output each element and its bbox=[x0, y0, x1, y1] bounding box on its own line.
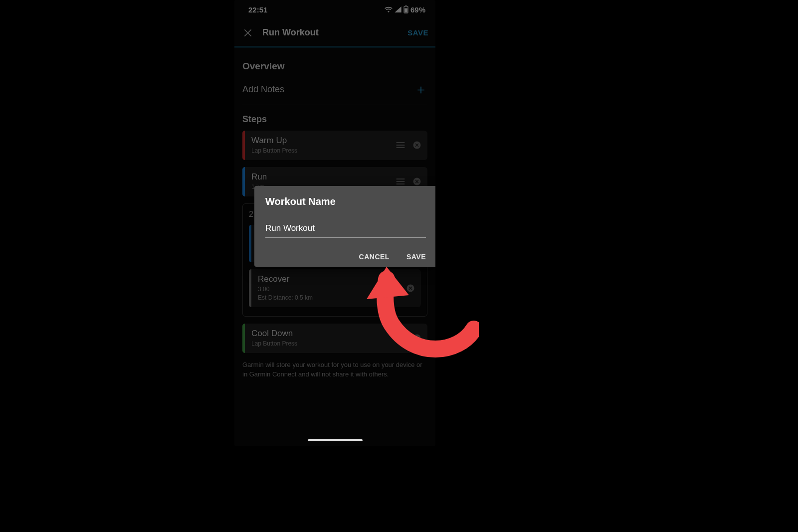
stage: 22:51 69% Run Workout SAVE bbox=[0, 0, 798, 532]
status-bar: 22:51 69% bbox=[234, 0, 435, 19]
gesture-bar bbox=[308, 439, 363, 441]
close-icon[interactable] bbox=[241, 26, 254, 39]
drag-handle-icon[interactable] bbox=[396, 178, 405, 185]
step-subtext2: Est Distance: 0.5 km bbox=[258, 294, 389, 302]
svg-rect-2 bbox=[404, 8, 407, 12]
step-text: Recover 3:00 Est Distance: 0.5 km bbox=[258, 274, 389, 302]
remove-step-icon[interactable] bbox=[412, 141, 421, 150]
remove-step-icon[interactable] bbox=[406, 284, 415, 293]
add-notes-row[interactable]: Add Notes ＋ bbox=[242, 79, 427, 105]
overview-heading: Overview bbox=[242, 61, 427, 72]
drag-handle-icon[interactable] bbox=[396, 335, 405, 342]
step-color-bar bbox=[242, 167, 245, 196]
svg-rect-1 bbox=[405, 5, 406, 6]
workout-name-input[interactable] bbox=[265, 221, 426, 238]
save-button[interactable]: SAVE bbox=[407, 28, 428, 37]
step-recover[interactable]: Recover 3:00 Est Distance: 0.5 km bbox=[249, 269, 421, 307]
wifi-icon bbox=[385, 6, 393, 12]
phone-frame: 22:51 69% Run Workout SAVE bbox=[234, 0, 435, 446]
step-name: Cool Down bbox=[251, 329, 396, 339]
step-actions bbox=[389, 284, 415, 293]
screen-title: Run Workout bbox=[262, 27, 407, 38]
add-notes-label: Add Notes bbox=[242, 84, 284, 95]
step-actions bbox=[396, 177, 421, 186]
cancel-button[interactable]: CANCEL bbox=[359, 253, 390, 261]
drag-handle-icon[interactable] bbox=[396, 142, 405, 149]
step-actions bbox=[396, 334, 421, 343]
step-name: Warm Up bbox=[251, 136, 396, 146]
battery-percent: 69% bbox=[410, 5, 425, 14]
drag-handle-icon[interactable] bbox=[389, 285, 399, 292]
step-subtext: 3:00 bbox=[258, 285, 389, 294]
remove-step-icon[interactable] bbox=[412, 334, 421, 343]
step-subtext: Lap Button Press bbox=[251, 340, 396, 348]
step-name: Recover bbox=[258, 274, 389, 284]
signal-icon bbox=[395, 6, 401, 12]
steps-heading: Steps bbox=[242, 114, 427, 125]
dialog-save-button[interactable]: SAVE bbox=[406, 253, 426, 261]
app-bar: Run Workout SAVE bbox=[234, 19, 435, 47]
plus-icon[interactable]: ＋ bbox=[414, 83, 427, 96]
step-warm-up[interactable]: Warm Up Lap Button Press bbox=[242, 131, 427, 160]
workout-name-dialog: Workout Name CANCEL SAVE bbox=[254, 186, 435, 267]
dialog-actions: CANCEL SAVE bbox=[265, 253, 426, 261]
step-name: Run bbox=[251, 172, 396, 182]
remove-step-icon[interactable] bbox=[412, 177, 421, 186]
status-time: 22:51 bbox=[248, 5, 267, 14]
step-actions bbox=[396, 141, 421, 150]
step-text: Warm Up Lap Button Press bbox=[251, 136, 396, 155]
step-color-bar bbox=[249, 225, 251, 263]
appbar-divider bbox=[234, 47, 435, 48]
step-color-bar bbox=[242, 324, 245, 353]
step-color-bar bbox=[242, 131, 245, 160]
step-cool-down[interactable]: Cool Down Lap Button Press bbox=[242, 324, 427, 353]
dialog-title: Workout Name bbox=[265, 196, 426, 207]
status-right-cluster: 69% bbox=[385, 5, 425, 14]
step-color-bar bbox=[249, 269, 251, 307]
battery-icon bbox=[403, 5, 408, 13]
step-subtext: Lap Button Press bbox=[251, 147, 396, 155]
step-text: Cool Down Lap Button Press bbox=[251, 329, 396, 348]
footer-note: Garmin will store your workout for you t… bbox=[242, 360, 427, 379]
